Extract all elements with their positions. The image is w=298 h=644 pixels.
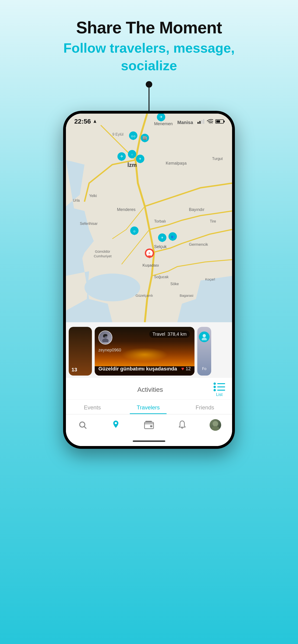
card-right-stub[interactable]: Fo [197, 327, 211, 376]
heart-icon: ♥ [181, 366, 184, 372]
signal-icon [197, 119, 204, 124]
svg-text:✈: ✈ [139, 157, 142, 161]
svg-text:Turgut: Turgut [212, 157, 223, 161]
svg-text:Cumhuriyet: Cumhuriyet [94, 254, 112, 258]
svg-text:Kemalpaşa: Kemalpaşa [166, 161, 187, 166]
svg-text:Bayındır: Bayındır [189, 207, 204, 212]
svg-text:Söke: Söke [170, 282, 179, 286]
svg-text:👥: 👥 [171, 235, 175, 238]
svg-text:Seferihisar: Seferihisar [80, 222, 98, 226]
nav-profile[interactable] [210, 419, 221, 431]
svg-point-65 [202, 338, 207, 340]
status-bar: 22:56 [66, 114, 232, 127]
svg-text:✈: ✈ [161, 236, 164, 240]
svg-text:Tire: Tire [210, 219, 216, 223]
svg-text:Germencik: Germencik [189, 242, 208, 247]
profile-avatar [210, 419, 221, 431]
wifi-icon [207, 119, 213, 124]
svg-text:Koçarl: Koçarl [205, 277, 215, 281]
svg-text:✈: ✈ [120, 154, 123, 158]
card-caption: Güzeldir günbatımı kuşadasında ♥ 12 [98, 366, 191, 372]
nav-search[interactable] [77, 419, 88, 431]
svg-point-71 [213, 421, 218, 426]
svg-text:Güzelçamlı: Güzelçamlı [136, 294, 153, 298]
home-bar [133, 440, 165, 442]
map-area[interactable]: Menemen Manisa 9 Eylül İzm Kemalpaşa Tur… [66, 114, 232, 322]
svg-point-0 [210, 123, 211, 124]
map-pin-icon [110, 419, 122, 431]
right-stub-avatar [199, 332, 210, 342]
svg-text:Urla: Urla [73, 198, 80, 202]
user-avatar-image [101, 333, 110, 342]
svg-point-5 [85, 274, 140, 301]
svg-text:✈: ✈ [148, 251, 151, 255]
list-label: List [216, 392, 223, 397]
map-svg: Menemen Manisa 9 Eylül İzm Kemalpaşa Tur… [66, 114, 232, 322]
svg-line-67 [84, 426, 86, 429]
battery-icon [215, 120, 224, 124]
svg-text:🏬: 🏬 [143, 136, 147, 140]
header-title: Share The Moment [63, 18, 235, 37]
nav-wallet[interactable] [143, 419, 155, 431]
svg-text:Gümüldür: Gümüldür [95, 250, 110, 254]
home-indicator [66, 438, 232, 446]
tab-travelers[interactable]: Travelers [130, 402, 167, 414]
header-subtitle: Follow travelers, message,socialize [63, 39, 235, 74]
tabs-bar: Events Travelers Friends [66, 400, 232, 414]
svg-point-64 [203, 334, 206, 337]
stub-avatar-image [201, 333, 208, 340]
svg-text:Yelki: Yelki [89, 194, 97, 198]
card-likes: ♥ 12 [181, 366, 191, 372]
svg-point-68 [115, 422, 117, 424]
status-icons [197, 119, 224, 124]
phone-screen: 22:56 [66, 114, 232, 446]
pointer-dot [146, 81, 152, 88]
navigation-icon [93, 120, 97, 124]
card-caption-text: Güzeldir günbatımı kuşadasında [98, 366, 181, 372]
wallet-icon [143, 419, 155, 431]
pointer [146, 81, 152, 111]
list-icon [213, 382, 225, 391]
card-user-avatar[interactable] [98, 330, 112, 344]
pointer-stem [149, 88, 149, 111]
nav-map[interactable] [110, 419, 122, 431]
svg-point-66 [80, 422, 85, 427]
svg-text:9 Eylül: 9 Eylül [112, 132, 123, 136]
stub-number: 13 [72, 367, 89, 373]
svg-point-61 [102, 338, 109, 342]
travel-card-main[interactable]: Travel 378,4 km z [95, 327, 194, 376]
status-time: 22:56 [74, 118, 97, 125]
svg-text:Torbalı: Torbalı [154, 219, 166, 224]
svg-text:⊙: ⊙ [133, 230, 136, 233]
svg-text:⊙⊙: ⊙⊙ [131, 135, 136, 138]
phone-frame: 22:56 [63, 111, 235, 449]
right-stub-label: Fo [197, 367, 211, 371]
activities-title: Activities [137, 386, 163, 394]
svg-text:Soğucak: Soğucak [154, 275, 169, 279]
card-travel-label: Travel 378,4 km [149, 330, 190, 338]
svg-text:Bagarasi: Bagarasi [180, 294, 193, 298]
card-left-stub[interactable]: 13 [69, 327, 92, 376]
svg-rect-70 [150, 426, 152, 427]
svg-point-72 [211, 426, 219, 431]
svg-point-63 [103, 335, 105, 338]
activities-bar: Activities List [66, 378, 232, 400]
svg-text:İzm: İzm [127, 162, 137, 168]
search-icon [77, 419, 88, 431]
card-username: zeynep0960 [98, 348, 121, 352]
card-strip[interactable]: 13 Travel 378,4 km [66, 322, 232, 378]
svg-text:☼: ☼ [131, 153, 133, 156]
nav-bell[interactable] [176, 419, 188, 431]
svg-text:Selçuk: Selçuk [154, 244, 167, 249]
list-button[interactable]: List [213, 382, 225, 397]
tab-events[interactable]: Events [77, 402, 108, 414]
header-section: Share The Moment Follow travelers, messa… [63, 18, 235, 74]
svg-text:Menderes: Menderes [117, 207, 136, 212]
bottom-nav [66, 414, 232, 438]
bell-icon [176, 419, 188, 431]
svg-text:Kuşadası: Kuşadası [143, 263, 159, 268]
tab-friends[interactable]: Friends [189, 402, 221, 414]
